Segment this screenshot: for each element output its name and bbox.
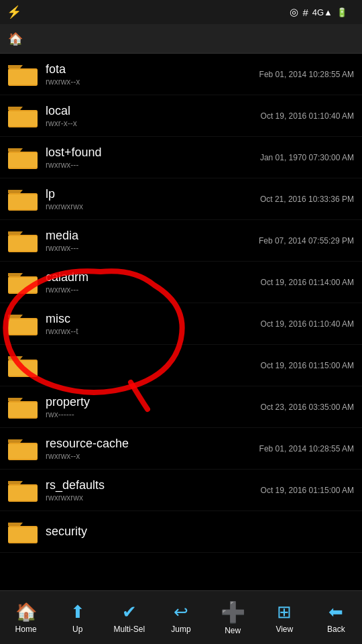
list-item[interactable]: Oct 19, 2016 01:15:00 AM [0,345,362,386]
file-info: resource-cacherwxrwx--x [46,437,259,461]
file-date: Oct 19, 2016 01:14:00 AM [261,278,354,287]
toolbar-label: View [276,625,293,634]
toolbar-icon: ↩ [174,602,188,623]
svg-marker-14 [8,190,23,193]
list-item[interactable]: lost+foundrwxrwx---Jan 01, 1970 07:30:00… [0,137,362,178]
toolbar-label: Home [15,625,37,634]
file-date: Oct 19, 2016 01:10:40 AM [261,319,354,329]
toolbar-label: Jump [171,625,190,634]
svg-marker-34 [8,398,23,401]
file-name: caiadrm [46,270,261,284]
list-item[interactable]: lprwxrwxrwxOct 21, 2016 10:33:36 PM [0,178,362,220]
file-perms: rwxr-x--x [46,119,261,128]
file-perms: rwxrwx--t [46,327,261,336]
signal-icon: 4G▲ [312,7,333,17]
list-item[interactable]: propertyrwx------Oct 23, 2016 03:35:00 A… [0,386,362,428]
file-perms: rwxrwxrwx [46,202,260,211]
list-item[interactable]: resource-cacherwxrwx--xFeb 01, 2014 10:2… [0,428,362,470]
file-perms: rwx------ [46,410,261,419]
file-date: Oct 19, 2016 01:15:00 AM [261,486,354,495]
path-bar: 🏠 [0,24,362,54]
svg-marker-18 [8,231,23,235]
file-name: resource-cache [46,437,259,451]
svg-marker-2 [8,65,23,68]
list-item[interactable]: rs_defaultsrwxrwxrwxOct 19, 2016 01:15:0… [0,470,362,511]
file-perms: rwxrwx--- [46,244,259,253]
svg-marker-6 [8,107,23,110]
file-name: security [46,525,354,539]
folder-icon [8,353,38,378]
file-date: Oct 19, 2016 01:15:00 AM [261,361,354,370]
toolbar-icon: ➕ [221,600,245,624]
status-bar: ⚡ ◎ # 4G▲ 🔋 [0,0,362,24]
svg-marker-30 [8,356,23,360]
list-item[interactable]: fotarwxrwx--xFeb 01, 2014 10:28:55 AM [0,54,362,95]
list-item[interactable]: security [0,511,362,553]
list-item[interactable]: miscrwxrwx--tOct 19, 2016 01:10:40 AM [0,303,362,345]
svg-rect-19 [8,236,38,251]
svg-rect-23 [8,278,38,292]
toolbar-item-view[interactable]: ⊞View [259,602,310,634]
file-info: fotarwxrwx--x [46,62,259,87]
file-info: lprwxrwxrwx [46,187,260,211]
hash-icon: # [302,7,308,18]
file-perms: rwxrwx--- [46,160,260,170]
file-date: Feb 01, 2014 10:28:55 AM [259,444,354,453]
folder-icon [8,186,38,212]
toolbar-label: Back [327,625,345,634]
toolbar-item-jump[interactable]: ↩Jump [155,602,206,634]
file-date: Feb 01, 2014 10:28:55 AM [259,70,354,79]
file-name: lost+found [46,146,260,160]
toolbar-icon: ✔ [122,602,137,623]
toolbar-item-new[interactable]: ➕New [207,600,259,635]
svg-rect-39 [8,444,38,459]
folder-icon [8,103,38,129]
file-name: fota [46,62,259,76]
battery-icon: 🔋 [337,7,347,17]
toolbar-item-up[interactable]: ⬆Up [52,602,103,634]
svg-rect-31 [8,361,38,376]
svg-marker-46 [8,523,23,526]
folder-icon [8,478,38,503]
svg-rect-7 [8,111,38,126]
file-date: Oct 23, 2016 03:35:00 AM [261,402,354,412]
list-item[interactable]: caiadrmrwxrwx---Oct 19, 2016 01:14:00 AM [0,262,362,303]
toolbar-item-back[interactable]: ⬅Back [310,602,362,634]
file-name: local [46,104,261,118]
svg-rect-27 [8,319,38,334]
bottom-toolbar: 🏠Home⬆Up✔Multi-Sel↩Jump➕New⊞View⬅Back [0,590,362,644]
svg-marker-22 [8,273,23,276]
toolbar-item-multisel[interactable]: ✔Multi-Sel [103,602,155,634]
svg-marker-10 [8,148,23,152]
target-icon: ◎ [290,6,298,18]
file-perms: rwxrwx--x [46,77,259,87]
file-date: Jan 01, 1970 07:30:00 AM [260,153,354,162]
svg-rect-3 [8,70,38,85]
svg-rect-35 [8,402,38,417]
file-info: security [46,525,354,539]
toolbar-icon: ⬅ [328,602,343,623]
folder-icon [8,394,38,420]
toolbar-item-home[interactable]: 🏠Home [0,602,52,634]
file-name: property [46,395,261,409]
file-info: localrwxr-x--x [46,104,261,128]
folder-icon [8,311,38,337]
list-item[interactable]: localrwxr-x--xOct 19, 2016 01:10:40 AM [0,95,362,137]
folder-icon [8,436,38,462]
file-list[interactable]: fotarwxrwx--xFeb 01, 2014 10:28:55 AM lo… [0,54,362,590]
folder-icon [8,228,38,254]
file-date: Feb 07, 2014 07:55:29 PM [259,236,354,246]
file-perms: rwxrwx--- [46,285,261,294]
file-name: misc [46,312,261,326]
file-perms: rwxrwxrwx [46,493,261,502]
svg-marker-42 [8,481,23,484]
list-item[interactable]: mediarwxrwx---Feb 07, 2014 07:55:29 PM [0,220,362,262]
file-perms: rwxrwx--x [46,451,259,461]
folder-icon [8,270,38,295]
file-name: rs_defaults [46,478,261,492]
svg-marker-26 [8,315,23,318]
status-left: ⚡ [7,5,25,19]
svg-rect-15 [8,195,38,209]
folder-icon [8,62,38,87]
toolbar-icon: 🏠 [15,602,37,623]
